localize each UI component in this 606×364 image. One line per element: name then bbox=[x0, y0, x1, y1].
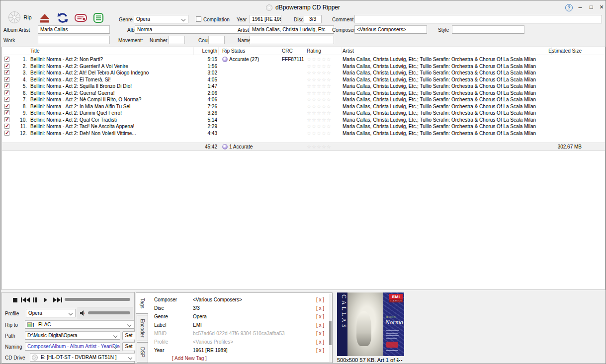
table-row[interactable]: 9.Bellini: Norma - Act 2: Dammi Quel Fer… bbox=[2, 110, 605, 117]
table-row[interactable]: 5.Bellini: Norma - Act 2: Squilla Il Bro… bbox=[2, 83, 605, 90]
composer-field[interactable]: <Various Composers> bbox=[354, 25, 427, 34]
path-set-button[interactable]: Set bbox=[122, 331, 135, 340]
rating-stars[interactable]: ☆☆☆☆☆ bbox=[307, 110, 338, 117]
naming-select[interactable]: Composer\Album - Album Artist - Year\Dis… bbox=[25, 342, 120, 351]
profile-select[interactable]: Opera bbox=[26, 309, 76, 317]
track-checkbox[interactable] bbox=[4, 57, 9, 62]
track-checkbox[interactable] bbox=[4, 110, 9, 115]
tag-remove-button[interactable]: [ x ] bbox=[316, 339, 324, 345]
tags-scrollbar-thumb[interactable] bbox=[329, 321, 332, 345]
tag-remove-button[interactable]: [ x ] bbox=[316, 305, 324, 311]
naming-set-button[interactable]: Set bbox=[122, 342, 135, 351]
cd-drive-select[interactable]: E: [HL-DT-ST - DVDRAM GT51N ] bbox=[30, 353, 135, 362]
track-checkbox[interactable] bbox=[4, 70, 9, 75]
col-rating[interactable]: Rating bbox=[307, 47, 342, 55]
table-row[interactable]: 4.Bellini: Norma - Act 2: Ei Tornerà. Si… bbox=[2, 76, 605, 83]
tag-remove-button[interactable]: [ x ] bbox=[316, 314, 324, 319]
table-row[interactable]: 12.Bellini: Norma - Act 2: Deh! Non Vole… bbox=[2, 130, 605, 137]
tab-encoder[interactable]: Encoder bbox=[137, 315, 148, 341]
table-row[interactable]: 10.Bellini: Norma - Act 2: Qual Cor Trad… bbox=[2, 117, 605, 124]
table-row[interactable]: 3.Bellini: Norma - Act 2: Ah! Del Tebro … bbox=[2, 70, 605, 76]
rating-stars[interactable]: ☆☆☆☆☆ bbox=[307, 63, 338, 70]
pause-button[interactable] bbox=[33, 297, 37, 303]
tag-remove-button[interactable]: [ x ] bbox=[316, 322, 324, 328]
minimize-button[interactable]: – bbox=[575, 2, 585, 12]
name-field[interactable] bbox=[250, 36, 334, 44]
col-estimated-size[interactable]: Estimated Size bbox=[532, 47, 582, 55]
help-button[interactable]: ? bbox=[565, 4, 573, 11]
rating-stars[interactable]: ☆☆☆☆☆ bbox=[307, 117, 338, 124]
eject-button[interactable] bbox=[38, 11, 51, 24]
rating-stars[interactable]: ☆☆☆☆☆ bbox=[307, 96, 338, 103]
track-checkbox[interactable] bbox=[4, 104, 9, 109]
art-more-button[interactable]: ... bbox=[396, 355, 403, 363]
tab-dsp[interactable]: DSP bbox=[137, 342, 148, 363]
album-art[interactable]: CALLAS EMI CLASSICS Bellini Norma bbox=[337, 292, 404, 356]
tag-value[interactable]: <Various Composers> bbox=[193, 297, 242, 302]
comment-field[interactable] bbox=[354, 15, 602, 23]
id-tag-button[interactable] bbox=[74, 11, 88, 24]
tag-value[interactable]: <Various Profiles> bbox=[193, 339, 233, 345]
previous-track-button[interactable] bbox=[21, 297, 30, 303]
track-checkbox[interactable] bbox=[4, 83, 9, 88]
options-list-button[interactable] bbox=[92, 11, 105, 24]
rating-stars[interactable]: ☆☆☆☆☆ bbox=[307, 123, 338, 130]
track-checkbox[interactable] bbox=[4, 77, 9, 82]
track-checkbox[interactable] bbox=[4, 97, 9, 102]
rating-stars[interactable]: ☆☆☆☆☆ bbox=[307, 103, 338, 110]
add-new-tag-button[interactable]: [ Add New Tag ] bbox=[172, 356, 207, 361]
rating-stars[interactable]: ☆☆☆☆☆ bbox=[307, 130, 338, 137]
table-row[interactable]: 6.Bellini: Norma - Act 2: Guerra! Guerra… bbox=[2, 90, 605, 97]
compilation-checkbox[interactable] bbox=[196, 16, 201, 22]
rating-stars[interactable]: ☆☆☆☆☆ bbox=[307, 56, 338, 63]
tag-value[interactable]: 3/3 bbox=[193, 305, 200, 311]
col-rip-status[interactable]: Rip Status bbox=[222, 47, 281, 55]
table-row[interactable]: 8.Bellini: Norma - Act 2: In Mia Man Alf… bbox=[2, 103, 605, 110]
close-button[interactable]: × bbox=[597, 2, 606, 12]
tag-remove-button[interactable]: [ x ] bbox=[316, 348, 324, 353]
track-checkbox[interactable] bbox=[4, 117, 9, 122]
rating-stars[interactable]: ☆☆☆☆☆ bbox=[307, 76, 338, 83]
col-artist[interactable]: Artist bbox=[343, 47, 552, 55]
year-select[interactable]: 1961 [RE 1989] bbox=[250, 15, 281, 23]
tag-value[interactable]: EMI bbox=[193, 322, 202, 328]
stop-button[interactable] bbox=[13, 297, 17, 303]
table-row[interactable]: 11.Bellini: Norma - Act 2: Taci! Ne Asco… bbox=[2, 123, 605, 130]
tag-remove-button[interactable]: [ x ] bbox=[316, 297, 324, 302]
track-checkbox[interactable] bbox=[4, 90, 9, 95]
rating-stars[interactable]: ☆☆☆☆☆ bbox=[307, 90, 338, 97]
volume-slider[interactable] bbox=[88, 311, 130, 314]
tag-remove-button[interactable]: [ x ] bbox=[316, 331, 324, 336]
table-row[interactable]: 2.Bellini: Norma - Act 2: Guerrieri! A V… bbox=[2, 63, 605, 70]
track-checkbox[interactable] bbox=[4, 124, 9, 129]
rip-button[interactable]: Rip bbox=[4, 10, 35, 25]
disc-field[interactable]: 3/3 bbox=[304, 15, 322, 23]
refresh-button[interactable] bbox=[56, 11, 69, 24]
maximize-button[interactable]: □ bbox=[586, 2, 596, 12]
tab-tags[interactable]: Tags bbox=[136, 292, 148, 314]
track-checkbox[interactable] bbox=[4, 64, 9, 69]
tag-value[interactable]: Opera bbox=[193, 314, 207, 319]
rating-stars[interactable]: ☆☆☆☆☆ bbox=[307, 70, 338, 76]
tag-value[interactable]: 1961 [RE 1989] bbox=[193, 348, 228, 353]
style-field[interactable] bbox=[452, 25, 524, 34]
tag-value[interactable]: bc57ad6d-022d-47f6-9304-510ca3afba53 bbox=[193, 331, 285, 336]
table-row[interactable]: 7.Bellini: Norma - Act 2: Nè Compi Il Ri… bbox=[2, 96, 605, 103]
count-field[interactable] bbox=[208, 36, 225, 44]
col-length[interactable]: Length bbox=[193, 47, 219, 55]
album-artist-field[interactable]: Maria Callas bbox=[38, 25, 110, 34]
work-field[interactable] bbox=[38, 36, 110, 44]
play-button[interactable] bbox=[44, 297, 47, 303]
seek-slider[interactable] bbox=[65, 298, 130, 301]
tags-scrollbar[interactable] bbox=[329, 293, 332, 362]
rip-to-select[interactable]: f FLAC bbox=[25, 320, 134, 329]
rating-stars[interactable]: ☆☆☆☆☆ bbox=[307, 83, 338, 90]
col-crc[interactable]: CRC bbox=[282, 47, 306, 55]
artist-field[interactable]: Maria Callas, Christa Ludwig, Etc bbox=[250, 25, 334, 34]
table-row[interactable]: 1. Bellini: Norma - Act 2: Non Parti? 5:… bbox=[2, 56, 605, 63]
number-field[interactable] bbox=[169, 36, 185, 44]
track-checkbox[interactable] bbox=[4, 131, 9, 136]
next-track-button[interactable] bbox=[53, 297, 62, 303]
genre-select[interactable]: Opera bbox=[134, 15, 188, 23]
col-title[interactable]: Title bbox=[30, 47, 194, 55]
